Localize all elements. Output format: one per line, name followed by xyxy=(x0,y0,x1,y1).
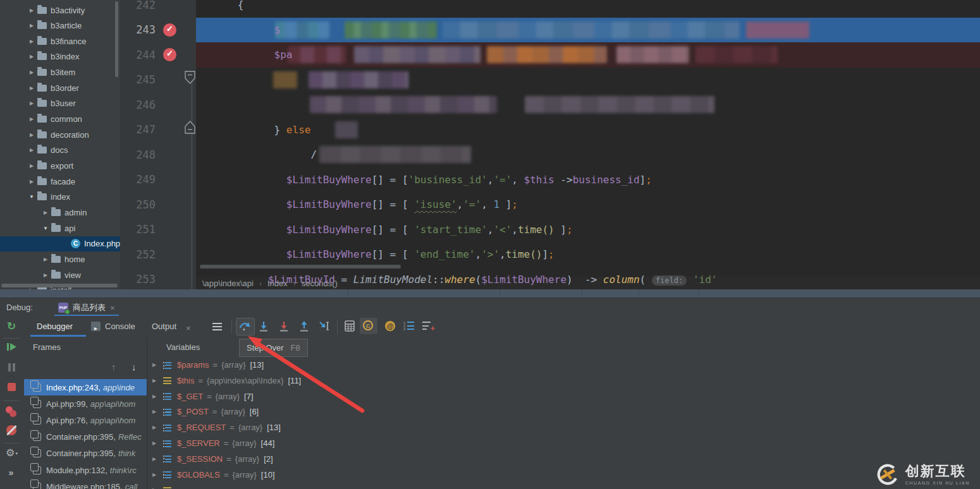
variable-row[interactable]: ▶$this={app\index\api\Index}[11] xyxy=(152,373,980,389)
chevron-right-icon[interactable]: ▶ xyxy=(42,257,49,262)
tab-console[interactable]: Console xyxy=(105,322,135,331)
frame-up-icon[interactable]: ↑ xyxy=(111,361,116,372)
code-line-242[interactable]: { xyxy=(196,0,980,18)
chevron-right-icon[interactable]: ▶ xyxy=(28,8,35,13)
chevron-right-icon[interactable]: ▶ xyxy=(28,163,35,169)
code-line-248[interactable]: / xyxy=(196,142,980,167)
chevron-right-icon[interactable]: ▶ xyxy=(28,69,35,75)
variable-row[interactable]: ▶$_POST={array}[6] xyxy=(152,404,980,420)
tree-item-decoration[interactable]: ▶decoration xyxy=(0,127,120,142)
close-icon[interactable] xyxy=(186,322,191,334)
code-line-250[interactable]: $LimitBuyWhere[] = [ 'isuse','=', 1 ]; xyxy=(196,192,980,217)
more-options-button[interactable]: » xyxy=(0,468,23,478)
tree-item-index[interactable]: ▼index xyxy=(0,190,120,205)
code-line-245[interactable] xyxy=(196,68,980,93)
chevron-right-icon[interactable]: ▶ xyxy=(28,100,35,106)
breakpoint-icon[interactable] xyxy=(163,23,176,37)
step-into-button[interactable] xyxy=(257,320,271,334)
tab-debugger[interactable]: Debugger xyxy=(37,322,73,331)
chevron-right-icon[interactable]: ▶ xyxy=(28,54,35,59)
variable-row[interactable]: ▶$_GET={array}[7] xyxy=(152,389,980,404)
tree-item-view[interactable]: ▶view xyxy=(0,267,120,282)
chevron-right-icon[interactable]: ▶ xyxy=(152,362,162,368)
step-out-button[interactable] xyxy=(298,320,312,334)
rerun-button[interactable]: ↻ xyxy=(0,320,23,333)
tree-item-b3activity[interactable]: ▶b3activity xyxy=(0,3,120,18)
chevron-right-icon[interactable]: ▶ xyxy=(152,409,162,414)
frame-down-icon[interactable]: ↓ xyxy=(132,361,137,372)
run-to-cursor-button[interactable] xyxy=(318,320,332,334)
numbered-list-button[interactable] xyxy=(403,321,415,331)
code-line-249[interactable]: $LimitBuyWhere[] = ['business_id','=', $… xyxy=(196,167,980,193)
stack-frame-row[interactable]: Container.php:395,Reflec xyxy=(24,429,147,445)
tree-item-home[interactable]: ▶home xyxy=(0,251,120,267)
stack-frame-row[interactable]: Module.php:132,think\rc xyxy=(24,462,147,478)
evaluate-expression-button[interactable] xyxy=(343,320,357,334)
variable-row[interactable]: ▶$GLOBALS={array}[10] xyxy=(152,467,980,483)
code-line-251[interactable]: $LimitBuyWhere[] = [ 'start_time','<',ti… xyxy=(196,217,980,243)
tree-item-b3item[interactable]: ▶b3item xyxy=(0,65,120,80)
layout-menu-icon[interactable] xyxy=(212,322,223,332)
breakpoint-icon[interactable] xyxy=(163,48,176,61)
step-over-button[interactable] xyxy=(236,318,255,335)
chevron-right-icon[interactable]: ▶ xyxy=(28,116,35,122)
tree-item-common[interactable]: ▶common xyxy=(0,112,120,127)
variable-row[interactable]: ▶$_SESSION={array}[2] xyxy=(152,451,980,467)
code-line-246[interactable] xyxy=(196,92,980,118)
view-breakpoints-button[interactable] xyxy=(0,406,23,418)
chevron-right-icon[interactable]: ▶ xyxy=(152,378,162,383)
mute-breakpoints-button[interactable] xyxy=(0,425,23,436)
chevron-right-icon[interactable]: ▶ xyxy=(42,272,49,278)
tree-item-api[interactable]: ▼api xyxy=(0,220,120,236)
chevron-down-icon[interactable]: ▼ xyxy=(28,194,35,200)
code-line-252[interactable]: $LimitBuyWhere[] = [ 'end_time','>',time… xyxy=(196,242,980,267)
code-line-244[interactable]: $pa xyxy=(196,42,980,68)
chevron-down-icon[interactable]: ▼ xyxy=(42,226,49,231)
chevron-right-icon[interactable]: ▶ xyxy=(28,147,35,153)
force-step-into-button[interactable] xyxy=(278,320,291,334)
variable-row[interactable]: ▶$params={array}[13] xyxy=(152,357,980,373)
tree-item-admin[interactable]: ▶admin xyxy=(0,205,120,220)
stack-frame-row[interactable]: Middleware.php:185,call xyxy=(24,478,147,489)
tree-item-b3index[interactable]: ▶b3index xyxy=(0,49,120,64)
tree-item-b3article[interactable]: ▶b3article xyxy=(0,18,120,33)
tree-item-export[interactable]: ▶export xyxy=(0,159,120,174)
stack-frame-row[interactable]: Api.php:76,app\api\hom xyxy=(24,412,147,428)
tree-item-docs[interactable]: ▶docs xyxy=(0,143,120,158)
code-line-247[interactable]: } else xyxy=(196,118,980,143)
tree-item-index-php[interactable]: CIndex.php xyxy=(0,236,120,251)
chevron-right-icon[interactable]: ▶ xyxy=(28,85,35,91)
code-editor[interactable]: \app\index\api Index seconds() { $ $pa }… xyxy=(196,0,980,289)
pause-button[interactable] xyxy=(0,363,23,371)
add-to-watches-button[interactable] xyxy=(422,321,435,331)
tree-item-facade[interactable]: ▶facade xyxy=(0,174,120,189)
chevron-right-icon[interactable]: ▶ xyxy=(28,179,35,184)
tree-item-b3order[interactable]: ▶b3order xyxy=(0,80,120,95)
tree-item-b3finance[interactable]: ▶b3finance xyxy=(0,33,120,49)
at-sign-button[interactable]: @ xyxy=(384,320,398,334)
resume-button[interactable] xyxy=(0,343,23,351)
code-line-243[interactable]: $ xyxy=(196,18,980,43)
variable-row-partial[interactable]: ▶ xyxy=(152,482,980,489)
tree-horizontal-scrollbar[interactable] xyxy=(1,284,118,287)
tab-output[interactable]: Output xyxy=(152,322,176,331)
chevron-right-icon[interactable]: ▶ xyxy=(28,23,35,28)
chevron-right-icon[interactable]: ▶ xyxy=(152,440,162,446)
chevron-right-icon[interactable]: ▶ xyxy=(152,472,162,478)
code-line-253[interactable]: $LimitBuyId = LimitBuyModel::where($Limi… xyxy=(196,267,980,290)
chevron-right-icon[interactable]: ▶ xyxy=(152,394,162,399)
variable-row[interactable]: ▶$_SERVER={array}[44] xyxy=(152,435,980,451)
coin-c-toggle-button[interactable]: C xyxy=(360,318,377,334)
chevron-right-icon[interactable]: ▶ xyxy=(28,39,35,44)
close-icon[interactable] xyxy=(110,302,115,313)
stop-button[interactable] xyxy=(0,382,23,394)
settings-gear-button[interactable]: ⚙ xyxy=(0,447,23,459)
stack-frame-row[interactable]: Index.php:243,app\inde xyxy=(24,379,147,395)
chevron-right-icon[interactable]: ▶ xyxy=(152,456,162,462)
variable-row[interactable]: ▶$_REQUEST={array}[13] xyxy=(152,420,980,435)
chevron-right-icon[interactable]: ▶ xyxy=(28,132,35,138)
stack-frame-row[interactable]: Api.php:99,app\api\hom xyxy=(24,395,147,412)
chevron-right-icon[interactable]: ▶ xyxy=(152,425,162,430)
stack-frame-row[interactable]: Container.php:395,think xyxy=(24,445,147,462)
tree-item-b3user[interactable]: ▶b3user xyxy=(0,96,120,111)
